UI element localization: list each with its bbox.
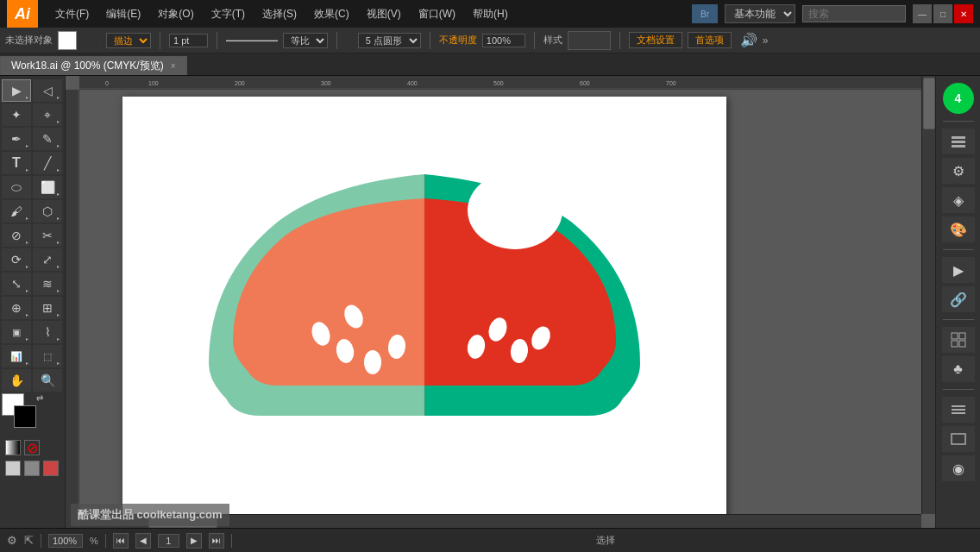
prev-page-button[interactable]: ◀: [135, 533, 151, 549]
panel-pathfinder-icon[interactable]: ◈: [942, 187, 975, 213]
reflect-tool[interactable]: ⤢ ▸: [33, 248, 62, 271]
panel-symbol-icon[interactable]: ♣: [942, 356, 975, 382]
menu-file[interactable]: 文件(F): [48, 3, 96, 25]
behind-mode-icon[interactable]: [24, 461, 40, 476]
rotate-tool[interactable]: ⟳ ▸: [2, 248, 31, 271]
panel-play-icon[interactable]: ▶: [942, 257, 975, 283]
vertical-scrollbar[interactable]: [921, 76, 935, 514]
line-type-dropdown[interactable]: 等比: [283, 33, 328, 48]
pathfinder-icon: ◈: [953, 192, 964, 209]
menu-object[interactable]: 对象(O): [151, 3, 200, 25]
tool-row-12: 📊 ▸ ⬚ ▸: [2, 345, 63, 367]
rect-icon: ⬜: [41, 180, 55, 194]
blend-tool[interactable]: ⊕ ▸: [2, 297, 31, 319]
canvas-area: 0 100 200 300 400 500 600 700: [66, 76, 935, 528]
panel-lines-icon[interactable]: [942, 397, 975, 423]
menu-effect[interactable]: 效果(C): [307, 3, 356, 25]
no-selection-label: 未选择对象: [5, 34, 53, 47]
status-sep-3: [231, 534, 232, 548]
pencil-tool[interactable]: ✎ ▸: [33, 128, 62, 150]
zoom-input[interactable]: [48, 534, 83, 548]
none-icon[interactable]: ⊘: [24, 440, 40, 455]
menu-window[interactable]: 窗口(W): [411, 3, 462, 25]
doc-settings-button[interactable]: 文档设置: [629, 32, 682, 48]
paintbrush-tool[interactable]: 🖌 ▸: [2, 200, 31, 223]
status-icon-2[interactable]: ⇱: [24, 534, 34, 547]
workspace-selector[interactable]: 基本功能: [725, 4, 795, 23]
panel-appearance-icon[interactable]: ◉: [942, 455, 975, 481]
canvas-viewport: [79, 90, 921, 514]
speaker-icon[interactable]: 🔊: [740, 32, 757, 48]
eyedropper-tool[interactable]: ⌇ ▸: [33, 321, 62, 343]
mesh-tool[interactable]: ⊞ ▸: [33, 297, 62, 319]
status-icon-1[interactable]: ⚙: [7, 534, 17, 547]
bridge-button[interactable]: Br: [692, 4, 718, 23]
eyedropper-icon: ⌇: [45, 325, 51, 339]
line-tool[interactable]: ╱ ▸: [33, 152, 62, 174]
gradient-mini-icon[interactable]: [5, 440, 21, 455]
swap-colors-icon[interactable]: ⇄: [36, 393, 43, 403]
artboard-tool[interactable]: ⬚ ▸: [33, 345, 62, 367]
menu-select[interactable]: 选择(S): [255, 3, 304, 25]
shape-builder-tool[interactable]: ⬭: [2, 176, 31, 198]
arrow-icon[interactable]: »: [763, 34, 769, 47]
maximize-button[interactable]: □: [933, 4, 952, 23]
scissors-tool[interactable]: ✂ ▸: [33, 224, 62, 247]
stroke-swatch[interactable]: [82, 31, 101, 50]
menu-edit[interactable]: 编辑(E): [99, 3, 148, 25]
background-color[interactable]: [14, 405, 36, 428]
document-tab[interactable]: Work18.ai @ 100% (CMYK/预览) ×: [0, 56, 187, 75]
stroke-width-input[interactable]: [169, 34, 208, 47]
fill-swatch[interactable]: [58, 31, 77, 50]
menu-text[interactable]: 文字(T): [204, 3, 252, 25]
search-input[interactable]: [802, 5, 906, 22]
separator-2: [217, 32, 217, 49]
tab-close-button[interactable]: ×: [171, 61, 176, 71]
page-input[interactable]: [158, 534, 179, 548]
menu-help[interactable]: 帮助(H): [466, 3, 515, 25]
panel-align-icon[interactable]: [942, 129, 975, 154]
opacity-input[interactable]: [482, 34, 525, 47]
scale-tool[interactable]: ⤡ ▸: [2, 273, 31, 295]
panel-transform-icon[interactable]: ⚙: [942, 158, 975, 184]
dot-shape-dropdown[interactable]: 5 点圆形: [358, 33, 421, 48]
zoom-tool[interactable]: 🔍: [33, 369, 62, 392]
magic-wand-tool[interactable]: ✦: [2, 104, 31, 126]
eraser-tool[interactable]: ⊘ ▸: [2, 224, 31, 247]
panel-table-icon[interactable]: [942, 327, 975, 353]
normal-mode-icon[interactable]: [5, 461, 21, 476]
pen-tool[interactable]: ✒ ▸: [2, 128, 31, 150]
warp-tool[interactable]: ≋ ▸: [33, 273, 62, 295]
blob-brush-tool[interactable]: ⬡ ▸: [33, 200, 62, 223]
stroke-type-dropdown[interactable]: 描边: [106, 33, 151, 48]
rect-tool[interactable]: ⬜ ▸: [33, 176, 62, 198]
gradient-tool[interactable]: ▣ ▸: [2, 321, 31, 343]
next-page-button[interactable]: ▶: [186, 533, 202, 549]
direct-selection-tool[interactable]: ◁ ▸: [33, 79, 62, 102]
selection-icon: ▶: [12, 84, 22, 97]
graph-icon: 📊: [10, 351, 22, 362]
style-swatch[interactable]: [568, 31, 611, 50]
panel-rect-icon[interactable]: [942, 426, 975, 452]
inside-mode-icon[interactable]: [43, 461, 59, 476]
last-page-button[interactable]: ⏭: [209, 533, 224, 549]
pen-icon: ✒: [11, 132, 22, 146]
panel-color-icon[interactable]: 🎨: [942, 216, 975, 242]
green-circle-button[interactable]: 4: [943, 83, 974, 114]
minimize-button[interactable]: —: [913, 4, 932, 23]
selection-tool[interactable]: ▶ ▸: [2, 79, 31, 102]
lasso-icon: ⌖: [44, 108, 51, 122]
right-panel: 4 ⚙ ◈ 🎨 ▶ 🔗: [935, 76, 980, 528]
artboard: [122, 97, 726, 514]
first-page-button[interactable]: ⏮: [113, 533, 129, 549]
svg-rect-22: [952, 141, 965, 143]
graph-tool[interactable]: 📊 ▸: [2, 345, 31, 367]
lasso-tool[interactable]: ⌖ ▸: [33, 104, 62, 126]
hand-tool[interactable]: ✋: [2, 369, 31, 392]
panel-link-icon[interactable]: 🔗: [942, 286, 975, 312]
prefs-button[interactable]: 首选项: [688, 32, 732, 48]
close-button[interactable]: ✕: [954, 4, 973, 23]
menu-view[interactable]: 视图(V): [360, 3, 408, 25]
text-tool[interactable]: T ▸: [2, 152, 31, 174]
ruler-top: 0 100 200 300 400 500 600 700: [79, 76, 935, 90]
